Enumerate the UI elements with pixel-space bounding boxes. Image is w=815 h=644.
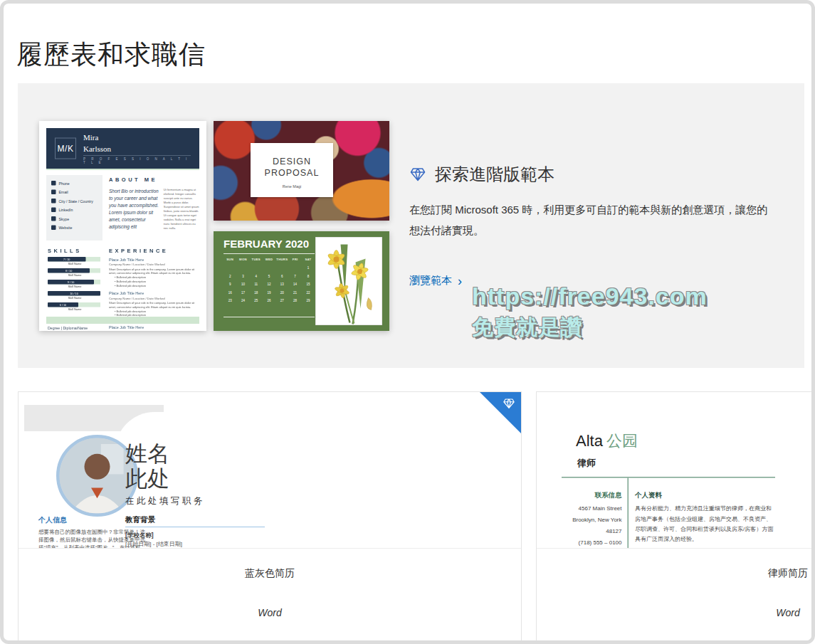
education-entry: Degree | Diploma/Name University or Coll… — [48, 326, 102, 332]
resume-subtitle: P R O F E S S I O N A L T I T L E — [83, 157, 191, 164]
calendar-week-row: 232425 26272829 — [224, 299, 315, 302]
chevron-right-icon: › — [458, 275, 462, 287]
card-preview: Alta公园 律师 联系信息 4567 Main StreetBrooklyn,… — [537, 392, 815, 549]
contact-row: Skype — [51, 216, 102, 221]
calendar-preview: FEBRUARY 2020 SUNMONTUESWEDTHURSFRISAT 1… — [214, 231, 389, 331]
skill-bar: 10 / 10 Skill Name — [48, 291, 102, 300]
card-title: 蓝灰色简历 — [19, 567, 521, 580]
calendar-title: FEBRUARY 2020 — [224, 238, 309, 250]
lawyer-contact-column: 联系信息 4567 Main StreetBrooklyn, New York … — [562, 478, 629, 549]
watermark: https://free943.com 免費就是讚 — [472, 283, 708, 342]
contact-icon — [51, 199, 56, 204]
calendar-week-row: 91011 12131415 — [224, 283, 315, 286]
template-card-lawyer-resume[interactable]: Alta公园 律师 联系信息 4567 Main StreetBrooklyn,… — [536, 391, 815, 644]
resume-about-section: ABOUT ME Short Bio or introduction to yo… — [109, 176, 199, 231]
contact-icon — [51, 226, 56, 231]
resume-template-preview: M/K Mira Karlsson P R O F E S S I O N A … — [39, 121, 206, 331]
card-title: 律师简历 — [537, 567, 815, 580]
card-preview: 姓名 此处 在此处填写职务 教育背景 [学校名称] [开始日期] - [结束日期… — [19, 392, 521, 549]
skill-bar: 8 / 10 Skill Name — [48, 268, 102, 277]
contact-icon — [51, 181, 56, 186]
contact-row: Website — [51, 226, 102, 231]
premium-promo-copy: 探索進階版範本 在您訂閱 Microsoft 365 時，利用更多可自訂的範本與… — [409, 163, 797, 287]
calendar-week-row: 234 5678 — [224, 275, 315, 278]
calendar-day-headers: SUNMONTUESWEDTHURSFRISAT — [224, 258, 315, 261]
contact-row: Email — [51, 190, 102, 195]
calendar-grid: 1 234 5678 91011 12131415 161718 1920212… — [224, 266, 315, 307]
skill-bar: 6 / 10 Skill Name — [48, 302, 102, 311]
skill-bar: 9 / 10 Skill Name — [48, 280, 102, 288]
resume-contact-panel: Phone Email City / State / Country Linke… — [46, 175, 102, 241]
contact-icon — [51, 208, 56, 213]
templates-page: 履歷表和求職信 M/K Mira Karlsson P R O F E S S … — [0, 0, 815, 644]
contact-row: Phone — [51, 181, 102, 186]
experience-entry: Place Job Title Here Company Name / Loca… — [109, 325, 199, 331]
promo-body-text: 在您訂閱 Microsoft 365 時，利用更多可自訂的範本與新的創意選項，讓… — [409, 200, 772, 241]
resume-header: M/K Mira Karlsson P R O F E S S I O N A … — [46, 128, 199, 170]
template-card-list: 姓名 此处 在此处填写职务 教育背景 [学校名称] [开始日期] - [结束日期… — [18, 391, 804, 644]
calendar-week-row: 1 — [224, 266, 315, 270]
experience-entry: Place Job Title Here Company Name / Loca… — [109, 258, 199, 288]
card-app-label: Word — [19, 607, 521, 618]
contact-icon — [51, 216, 56, 221]
lawyer-profile-column: 个人资料 具有分析能力、精力充沛且注重细节的律师，在商业和房地产事务（包括企业组… — [629, 478, 775, 549]
resume-name: Mira Karlsson — [83, 132, 191, 154]
calendar-week-row: 161718 19202122 — [224, 291, 315, 295]
skill-bar: 7 / 10 Skill Name — [48, 257, 102, 265]
contact-row: LinkedIn — [51, 208, 102, 213]
diamond-icon — [409, 166, 426, 183]
contact-icon — [51, 190, 56, 195]
design-proposal-preview: DESIGN PROPOSAL Rene Magi — [214, 121, 389, 221]
page-title: 履歷表和求職信 — [16, 37, 206, 73]
template-card-blue-gray-resume[interactable]: 姓名 此处 在此处填写职务 教育背景 [学校名称] [开始日期] - [结束日期… — [18, 391, 522, 644]
daffodil-illustration — [315, 237, 382, 325]
card-app-label: Word — [537, 607, 815, 618]
browse-templates-link[interactable]: 瀏覽範本› — [409, 274, 462, 287]
gem-badge-icon — [503, 397, 515, 410]
monogram-logo: M/K — [55, 138, 76, 159]
resume-footer-strip — [46, 317, 199, 324]
name-placeholder: 姓名 此处 — [125, 441, 265, 490]
promo-heading: 探索進階版範本 — [409, 163, 797, 186]
lawyer-name: Alta公园 — [576, 431, 788, 452]
contact-row: City / State / Country — [51, 199, 102, 204]
design-title-card: DESIGN PROPOSAL Rene Magi — [251, 143, 333, 197]
premium-banner: M/K Mira Karlsson P R O F E S S I O N A … — [18, 83, 804, 368]
